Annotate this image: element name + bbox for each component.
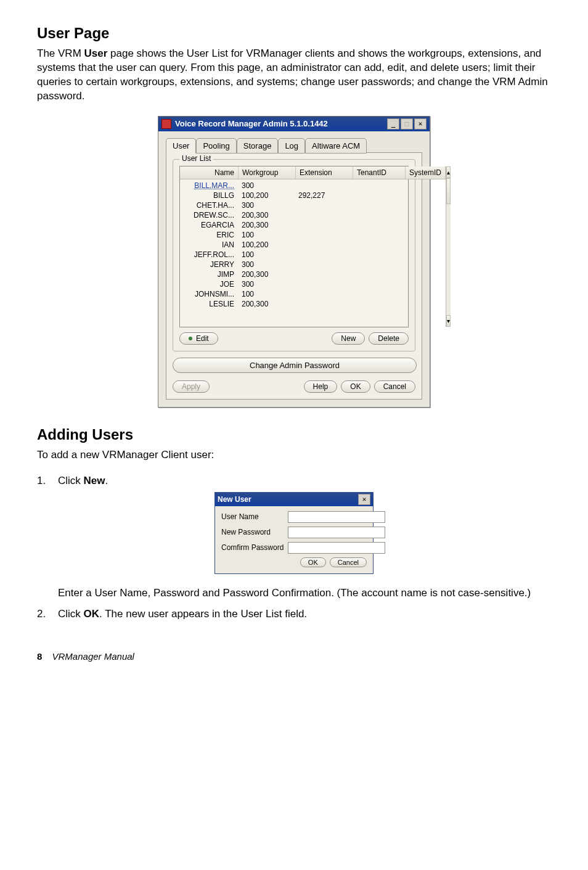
column-name[interactable]: Name	[180, 166, 239, 179]
edit-button[interactable]: Edit	[179, 332, 218, 345]
cell-wg: 100	[238, 231, 295, 239]
tab-storage[interactable]: Storage	[237, 138, 279, 154]
cell-wg: 300	[238, 260, 295, 269]
input-username[interactable]	[288, 511, 385, 523]
tab-log[interactable]: Log	[278, 138, 305, 154]
delete-button[interactable]: Delete	[369, 332, 409, 345]
column-workgroup[interactable]: Workgroup	[239, 166, 296, 179]
cell-ext	[295, 260, 351, 269]
change-admin-password-button[interactable]: Change Admin Password	[173, 358, 417, 373]
groupbox-userlist: User List Name Workgroup Extension Tenan…	[173, 159, 415, 351]
cell-ext	[295, 221, 351, 229]
table-row[interactable]: BILL.MAR...300	[180, 181, 446, 191]
cell-ext	[295, 270, 351, 279]
step-number: 1.	[37, 475, 58, 487]
cell-wg: 200,300	[238, 211, 295, 220]
table-row[interactable]: ERIC100	[180, 230, 446, 240]
cell-name: BILLG	[180, 191, 238, 200]
dialog-title: New User	[218, 495, 251, 504]
cancel-button[interactable]: Cancel	[374, 380, 415, 393]
cell-wg: 100,200	[238, 240, 295, 249]
ok-button[interactable]: OK	[341, 380, 370, 393]
column-systemid[interactable]: SystemID	[406, 166, 446, 179]
text: Click	[58, 475, 84, 486]
heading-adding-users: Adding Users	[37, 426, 551, 443]
dot-icon	[189, 337, 192, 340]
table-row[interactable]: JOE300	[180, 279, 446, 289]
dialog-cancel-button[interactable]: Cancel	[330, 557, 367, 567]
scroll-down-button[interactable]: ▾	[446, 315, 451, 327]
cell-name: ERIC	[180, 231, 238, 239]
cell-wg: 200,300	[238, 300, 295, 308]
table-row[interactable]: EGARCIA200,300	[180, 220, 446, 230]
heading-user-page: User Page	[37, 25, 551, 42]
dialog-close-button[interactable]: ✕	[358, 494, 370, 505]
apply-button[interactable]: Apply	[173, 380, 210, 393]
cell-name: JIMP	[180, 270, 238, 279]
cell-wg: 100	[238, 290, 295, 298]
cell-ext	[295, 280, 351, 289]
para-user-page: The VRM User page shows the User List fo…	[37, 47, 551, 104]
tab-panel-user: User List Name Workgroup Extension Tenan…	[166, 152, 422, 400]
text-bold: User	[84, 47, 108, 59]
column-extension[interactable]: Extension	[296, 166, 353, 179]
label-username: User Name	[221, 512, 288, 521]
cell-name: JERRY	[180, 260, 238, 269]
list-header: Name Workgroup Extension TenantID System…	[180, 166, 446, 179]
cell-name: BILL.MAR...	[180, 181, 238, 190]
page-footer: 8 VRManager Manual	[37, 651, 551, 662]
close-button[interactable]: ✕	[414, 118, 427, 129]
table-row[interactable]: JOHNSMI...100	[180, 289, 446, 299]
table-row[interactable]: CHET.HA...300	[180, 200, 446, 210]
titlebar: Voice Record Manager Admin 5.1.0.1442 _ …	[158, 117, 430, 131]
window-title: Voice Record Manager Admin 5.1.0.1442	[175, 119, 328, 128]
cell-ext	[295, 300, 351, 308]
column-tenantid[interactable]: TenantID	[353, 166, 406, 179]
table-row[interactable]: DREW.SC...200,300	[180, 210, 446, 220]
cell-ext	[295, 211, 351, 220]
cell-name: EGARCIA	[180, 221, 238, 229]
table-row[interactable]: JIMP200,300	[180, 269, 446, 279]
edit-label: Edit	[196, 334, 209, 343]
cell-wg: 200,300	[238, 270, 295, 279]
cell-wg: 100	[238, 250, 295, 259]
step-2: 2. Click OK. The new user appears in the…	[37, 608, 551, 620]
tab-user[interactable]: User	[166, 138, 196, 154]
table-row[interactable]: JERRY300	[180, 260, 446, 269]
step1-extra: Enter a User Name, Password and Password…	[58, 586, 551, 601]
text: Click	[58, 608, 84, 620]
scroll-thumb[interactable]	[446, 178, 451, 204]
dialog-titlebar: New User ✕	[215, 493, 373, 506]
table-row[interactable]: IAN100,200	[180, 240, 446, 250]
cell-wg: 300	[238, 201, 295, 210]
scrollbar[interactable]: ▴ ▾	[446, 166, 451, 327]
tab-altiware[interactable]: Altiware ACM	[305, 138, 367, 154]
tab-bar: User Pooling Storage Log Altiware ACM	[166, 137, 422, 153]
page-number: 8	[37, 651, 42, 662]
new-button[interactable]: New	[332, 332, 365, 345]
dialog-ok-button[interactable]: OK	[300, 557, 326, 567]
label-confirm-password: Comfirm Password	[221, 543, 288, 552]
maximize-button[interactable]: □	[401, 118, 413, 129]
table-row[interactable]: BILLG100,200292,227	[180, 191, 446, 200]
input-confirm-password[interactable]	[288, 542, 385, 554]
cell-name: IAN	[180, 240, 238, 249]
minimize-button[interactable]: _	[387, 118, 399, 129]
cell-name: JEFF.ROL...	[180, 250, 238, 259]
cell-name: LESLIE	[180, 300, 238, 308]
input-new-password[interactable]	[288, 527, 385, 538]
table-row[interactable]: LESLIE200,300	[180, 299, 446, 309]
user-list: Name Workgroup Extension TenantID System…	[179, 166, 409, 327]
groupbox-legend: User List	[179, 154, 213, 163]
dialog-new-user: New User ✕ User Name New Password Comfir…	[214, 492, 374, 574]
window-vrm-admin: Voice Record Manager Admin 5.1.0.1442 _ …	[158, 116, 430, 408]
intro-adding-users: To add a new VRManager Client user:	[37, 448, 551, 462]
cell-ext	[295, 231, 351, 239]
tab-pooling[interactable]: Pooling	[196, 138, 236, 154]
cell-name: JOE	[180, 280, 238, 289]
help-button[interactable]: Help	[304, 380, 338, 393]
table-row[interactable]: JEFF.ROL...100	[180, 250, 446, 260]
cell-ext	[295, 201, 351, 210]
scroll-up-button[interactable]: ▴	[446, 166, 451, 178]
scroll-track[interactable]	[446, 178, 451, 315]
